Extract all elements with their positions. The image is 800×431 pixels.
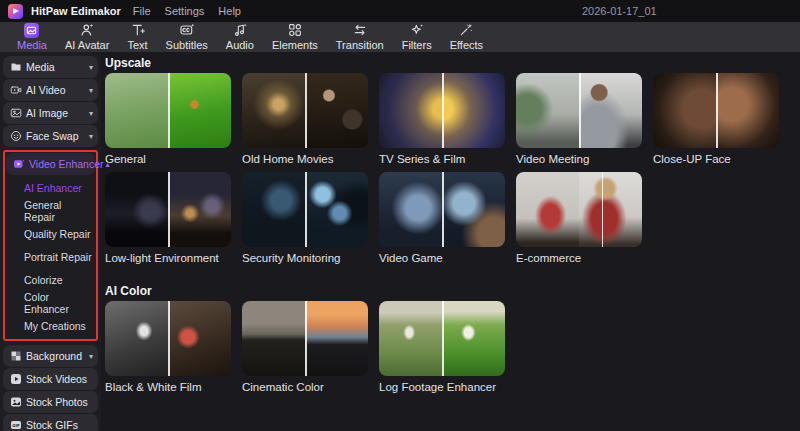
audio-icon: [232, 22, 248, 38]
split-divider: [442, 73, 444, 148]
tab-text[interactable]: Text: [118, 22, 156, 52]
card-label: Old Home Movies: [242, 152, 368, 166]
sidebar-item-label: Media: [26, 61, 87, 73]
transition-icon: [352, 22, 368, 38]
gif-icon: GIF: [10, 419, 22, 431]
avatar-icon: [79, 22, 95, 38]
app-logo-icon: [8, 4, 23, 19]
subitem-label: Portrait Repair: [24, 251, 92, 263]
card-label: TV Series & Film: [379, 152, 505, 166]
sidebar-item-label: Stock GIFs: [26, 419, 93, 431]
video-enhancer-icon: [13, 158, 25, 170]
tab-audio[interactable]: Audio: [217, 22, 263, 52]
before-after-thumbnail: [105, 172, 231, 247]
card-label: Video Game: [379, 251, 505, 265]
sidebar-subitem-color-enhancer[interactable]: Color Enhancer: [6, 291, 95, 314]
before-after-thumbnail: [105, 301, 231, 376]
face-icon: [10, 130, 22, 142]
sidebar-item-media[interactable]: Media ▾: [3, 56, 98, 78]
template-card-general[interactable]: General: [105, 73, 231, 166]
split-divider: [442, 301, 444, 376]
section-title-upscale: Upscale: [105, 56, 800, 70]
template-card-cinematic-color[interactable]: Cinematic Color: [242, 301, 368, 394]
chevron-down-icon: ▾: [89, 63, 93, 72]
tab-filters[interactable]: Filters: [393, 22, 441, 52]
subitem-label: Color Enhancer: [24, 291, 95, 315]
sidebar-item-background[interactable]: Background ▾: [3, 345, 98, 367]
tab-label: Subtitles: [166, 39, 208, 51]
before-after-thumbnail: [242, 301, 368, 376]
text-icon: [130, 22, 146, 38]
before-after-thumbnail: [379, 301, 505, 376]
before-after-thumbnail: [379, 73, 505, 148]
sidebar-item-ai-video[interactable]: AI Video ▾: [3, 79, 98, 101]
sidebar-subitem-general-repair[interactable]: General Repair: [6, 199, 95, 222]
sidebar-item-label: Video Enhancer: [29, 158, 104, 170]
sidebar-item-stock-gifs[interactable]: GIF Stock GIFs: [3, 414, 98, 431]
template-card-black-white-film[interactable]: Black & White Film: [105, 301, 231, 394]
card-label: Low-light Environment: [105, 251, 231, 265]
template-card-low-light[interactable]: Low-light Environment: [105, 172, 231, 265]
ai-color-card-grid: Black & White Film Cinematic Color Log F…: [105, 301, 800, 400]
sidebar-subitem-quality-repair[interactable]: Quality Repair: [6, 222, 95, 245]
template-card-video-game[interactable]: Video Game: [379, 172, 505, 265]
video-camera-icon: [10, 84, 22, 96]
sidebar-item-label: AI Image: [26, 107, 87, 119]
sidebar-item-video-enhancer[interactable]: Video Enhancer ▴: [6, 153, 95, 175]
split-divider: [602, 172, 604, 247]
tab-media[interactable]: Media: [8, 22, 56, 52]
filters-icon: [409, 22, 425, 38]
video-enhancer-highlight-box: Video Enhancer ▴ AI Enhancer General Rep…: [3, 150, 98, 341]
sidebar-item-ai-image[interactable]: AI Image ▾: [3, 102, 98, 124]
split-divider: [716, 73, 718, 148]
tab-label: Effects: [450, 39, 483, 51]
tab-ai-avatar[interactable]: AI Avatar: [56, 22, 118, 52]
media-icon: [24, 23, 39, 38]
app-window: HitPaw Edimakor File Settings Help 2026-…: [0, 0, 800, 431]
tab-subtitles[interactable]: Subtitles: [157, 22, 217, 52]
tab-label: Elements: [272, 39, 318, 51]
document-title: 2026-01-17_01: [582, 0, 657, 22]
subitem-label: General Repair: [24, 199, 95, 223]
split-divider: [168, 73, 170, 148]
sidebar-subitem-colorize[interactable]: Colorize: [6, 268, 95, 291]
sidebar-subitem-ai-enhancer[interactable]: AI Enhancer: [6, 176, 95, 199]
template-card-video-meeting[interactable]: Video Meeting: [516, 73, 642, 166]
template-card-old-home-movies[interactable]: Old Home Movies: [242, 73, 368, 166]
card-label: Black & White Film: [105, 380, 231, 394]
split-divider: [579, 73, 581, 148]
tab-transition[interactable]: Transition: [327, 22, 393, 52]
tab-label: Filters: [402, 39, 432, 51]
tab-label: Transition: [336, 39, 384, 51]
sidebar-subitem-my-creations[interactable]: My Creations: [6, 314, 95, 337]
section-title-ai-color: AI Color: [105, 284, 800, 298]
template-card-ecommerce[interactable]: E-commerce: [516, 172, 642, 265]
sidebar: Media ▾ AI Video ▾ AI Image ▾ Face Swap …: [0, 52, 101, 431]
main-toolbar: Media AI Avatar Text Subtitles Audio Ele…: [0, 22, 800, 52]
sidebar-item-stock-photos[interactable]: Stock Photos: [3, 391, 98, 413]
sidebar-item-stock-videos[interactable]: Stock Videos: [3, 368, 98, 390]
template-card-close-up-face[interactable]: Close-UP Face: [653, 73, 779, 166]
menu-settings[interactable]: Settings: [165, 5, 205, 17]
app-name: HitPaw Edimakor: [31, 5, 121, 17]
folder-icon: [10, 61, 22, 73]
card-label: Close-UP Face: [653, 152, 779, 166]
subtitles-icon: [179, 22, 195, 38]
play-circle-icon: [10, 373, 22, 385]
split-divider: [168, 301, 170, 376]
tab-label: AI Avatar: [65, 39, 109, 51]
sidebar-item-face-swap[interactable]: Face Swap ▾: [3, 125, 98, 147]
card-label: E-commerce: [516, 251, 642, 265]
sidebar-item-label: Stock Videos: [26, 373, 93, 385]
subitem-label: Quality Repair: [24, 228, 91, 240]
before-after-thumbnail: [379, 172, 505, 247]
template-card-security-monitoring[interactable]: Security Monitoring: [242, 172, 368, 265]
menu-help[interactable]: Help: [218, 5, 241, 17]
tab-elements[interactable]: Elements: [263, 22, 327, 52]
template-card-tv-series-film[interactable]: TV Series & Film: [379, 73, 505, 166]
sidebar-subitem-portrait-repair[interactable]: Portrait Repair: [6, 245, 95, 268]
tab-effects[interactable]: Effects: [441, 22, 492, 52]
template-card-log-footage-enhancer[interactable]: Log Footage Enhancer: [379, 301, 505, 394]
menu-file[interactable]: File: [133, 5, 151, 17]
split-divider: [168, 172, 170, 247]
